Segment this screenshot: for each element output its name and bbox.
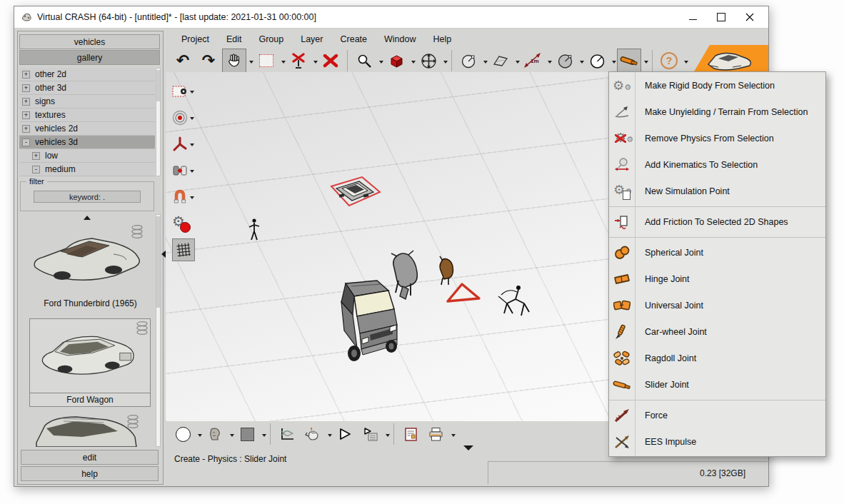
menu-item-spherical-joint[interactable]: Spherical Joint <box>609 239 825 266</box>
play-button[interactable] <box>333 422 357 446</box>
axis-tripod-tool[interactable] <box>169 131 206 157</box>
deselect-button[interactable] <box>286 49 311 73</box>
menu-item-hinge-joint[interactable]: Hinge Joint <box>609 266 825 292</box>
menu-project[interactable]: Project <box>173 33 218 46</box>
menu-help[interactable]: Help <box>424 33 460 46</box>
help-dropdown-arrow[interactable] <box>684 61 688 66</box>
gallery-scrollbar[interactable] <box>156 214 161 447</box>
pan-tool-button[interactable] <box>222 49 246 73</box>
mirror-tool[interactable] <box>169 157 206 183</box>
tree-item-other-2d[interactable]: +other 2d <box>19 68 155 81</box>
magnet-snap-tool[interactable] <box>169 183 206 210</box>
circle-shape-button[interactable] <box>171 422 195 446</box>
scene-warning-triangle[interactable] <box>443 282 481 308</box>
undo-button[interactable]: ↶ <box>171 49 195 73</box>
move-tool-button[interactable] <box>416 49 441 73</box>
thumbnail-van-partial[interactable] <box>32 413 141 447</box>
marquee-point-tool[interactable] <box>169 78 206 104</box>
expander-icon[interactable]: + <box>32 152 40 160</box>
menu-item-add-kinematics[interactable]: Add Kinematics To Selection <box>609 151 825 178</box>
edit-button[interactable]: edit <box>21 450 159 465</box>
menu-item-slider-joint[interactable]: Slider Joint <box>609 371 825 398</box>
menu-item-new-simulation-point[interactable]: ⚙⚙ New Simulation Point <box>609 178 825 204</box>
material-swatch-button[interactable] <box>235 422 259 446</box>
help-button[interactable]: help <box>21 466 159 481</box>
tree-scrollbar-thumb[interactable] <box>156 70 160 101</box>
menu-group[interactable]: Group <box>250 33 292 46</box>
menu-item-remove-physics[interactable]: ⚙⚙ Remove Physics From Selection <box>609 125 825 151</box>
tree-item-low[interactable]: +low <box>19 149 155 163</box>
scene-cyclist[interactable] <box>497 282 536 322</box>
expander-icon[interactable]: - <box>32 166 40 173</box>
play-sequence-dropdown-arrow[interactable] <box>386 434 390 439</box>
plane-button[interactable] <box>488 49 513 73</box>
tree-item-textures[interactable]: +textures <box>19 109 155 122</box>
circle-dropdown-arrow[interactable] <box>198 434 202 439</box>
menu-item-universal-joint[interactable]: Universal Joint <box>609 292 825 318</box>
gauge-outline-dropdown-arrow[interactable] <box>612 61 616 66</box>
menu-item-make-rigid-body[interactable]: ⚙⚙ Make Rigid Body From Selection <box>609 72 825 99</box>
tree-item-medium[interactable]: -medium <box>19 163 155 176</box>
plane-dropdown-arrow[interactable] <box>516 61 520 66</box>
teapot-dropdown-arrow[interactable] <box>328 434 332 439</box>
scene-suv[interactable] <box>330 279 404 371</box>
close-button[interactable] <box>735 6 764 28</box>
magnet-dropdown-arrow[interactable] <box>190 196 194 201</box>
measure-tool-button[interactable]: 1m <box>521 49 545 73</box>
physics-gears-tool[interactable]: ⚙ <box>169 210 206 236</box>
slider-joint-dropdown-arrow[interactable] <box>644 61 648 66</box>
deselect-dropdown-arrow[interactable] <box>313 61 318 66</box>
tree-scrollbar[interactable] <box>156 68 161 176</box>
tree-item-vehicles-3d[interactable]: -vehicles 3d <box>19 136 155 149</box>
diagram-button[interactable] <box>275 422 299 446</box>
ball-gauge-dropdown-arrow[interactable] <box>483 61 488 66</box>
expander-icon[interactable]: + <box>22 98 30 106</box>
measure-dropdown-arrow[interactable] <box>548 61 552 66</box>
render-teapot-button[interactable] <box>301 422 325 446</box>
scene-selected-car[interactable] <box>329 175 382 211</box>
move-dropdown-arrow[interactable] <box>443 61 448 66</box>
menu-item-force[interactable]: Force <box>609 402 825 428</box>
maximize-button[interactable] <box>707 6 735 28</box>
cube-dropdown-arrow[interactable] <box>411 61 416 66</box>
gallery-scrollbar-thumb[interactable] <box>156 216 160 308</box>
head-dropdown-arrow[interactable] <box>230 434 234 439</box>
head-model-button[interactable] <box>203 422 227 446</box>
zoom-tool-button[interactable] <box>352 49 376 73</box>
expander-icon[interactable]: - <box>22 138 30 146</box>
ball-gauge-button[interactable] <box>456 49 481 73</box>
print-button[interactable] <box>424 422 448 446</box>
gallery-tab[interactable]: gallery <box>19 50 160 65</box>
gauge-outline-button[interactable] <box>585 49 609 73</box>
minimize-button[interactable] <box>678 6 707 28</box>
menu-item-ees-impulse[interactable]: EES Impulse <box>609 428 825 455</box>
zoom-dropdown-arrow[interactable] <box>379 61 383 66</box>
report-button[interactable] <box>398 422 423 446</box>
scene-pedestrian[interactable] <box>247 218 261 245</box>
scroll-up-arrow[interactable] <box>84 216 91 220</box>
material-dropdown-arrow[interactable] <box>262 434 266 439</box>
solid-cube-button[interactable] <box>384 49 408 73</box>
menu-item-make-unyielding[interactable]: Make Unyielding / Terrain From Selection <box>609 99 825 125</box>
expander-icon[interactable]: + <box>22 71 30 79</box>
target-tool[interactable] <box>169 104 206 131</box>
play-sequence-button[interactable] <box>358 422 383 446</box>
menu-item-car-wheel-joint[interactable]: Car-wheel Joint <box>609 318 825 345</box>
menu-window[interactable]: Window <box>376 33 424 46</box>
expander-icon[interactable]: + <box>22 111 30 119</box>
target-dropdown-arrow[interactable] <box>190 117 194 122</box>
delete-button[interactable] <box>318 49 343 73</box>
help-tool-button[interactable]: ? <box>657 49 681 73</box>
pan-dropdown-arrow[interactable] <box>249 61 253 66</box>
marquee-point-dropdown-arrow[interactable] <box>190 91 194 96</box>
tree-item-signs[interactable]: +signs <box>19 95 155 109</box>
mirror-dropdown-arrow[interactable] <box>190 170 194 175</box>
vehicles-tab[interactable]: vehicles <box>19 34 160 49</box>
gauge-filled-dropdown-arrow[interactable] <box>580 61 584 66</box>
bottom-collapse-arrow[interactable] <box>463 445 473 450</box>
marquee-dropdown-arrow[interactable] <box>281 61 286 66</box>
grid-tool[interactable] <box>169 236 206 263</box>
print-dropdown-arrow[interactable] <box>451 434 456 439</box>
tree-item-other-3d[interactable]: +other 3d <box>19 81 155 95</box>
menu-item-ragdoll-joint[interactable]: Ragdoll Joint <box>609 345 825 371</box>
